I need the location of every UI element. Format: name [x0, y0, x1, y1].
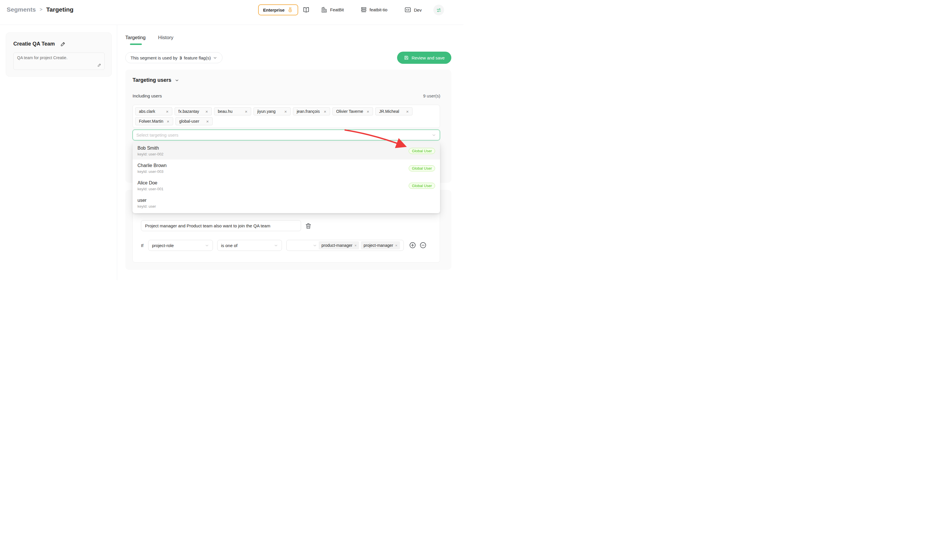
user-tag: global-user × — [175, 117, 213, 125]
dropdown-option-key: keyId: user-003 — [137, 169, 167, 174]
project-icon — [360, 6, 367, 13]
user-tag-label: jean.françois — [297, 109, 320, 114]
user-count: 9 user(s) — [423, 93, 440, 98]
rule-property-value: project-role — [152, 243, 174, 248]
dropdown-option[interactable]: Bob Smith keyId: user-002 Global User — [132, 142, 440, 159]
dropdown-option-name: Bob Smith — [137, 146, 164, 151]
remove-tag-icon[interactable]: × — [324, 109, 326, 114]
rule-value-label: product-manager — [321, 243, 353, 248]
dropdown-option[interactable]: Alice Doe keyId: user-001 Global User — [132, 177, 440, 194]
remove-tag-icon[interactable]: × — [245, 109, 248, 114]
chevron-down-icon — [175, 78, 179, 83]
organization-switcher[interactable]: FeatBit — [321, 6, 344, 13]
user-tag: JR.Micheal × — [375, 107, 412, 115]
chevron-down-icon — [274, 243, 278, 248]
remove-tag-icon[interactable]: × — [205, 109, 208, 114]
tab-history[interactable]: History — [158, 35, 173, 45]
edit-name-icon[interactable] — [60, 41, 66, 47]
targeting-users-title: Targeting users — [132, 77, 172, 83]
user-tag-label: fx.bazantay — [178, 109, 199, 114]
organization-label: FeatBit — [330, 7, 344, 12]
edit-description-icon[interactable] — [97, 63, 102, 67]
segment-description-text: QA team for project Creatie. — [17, 55, 68, 60]
rule-operator-value: is one of — [221, 243, 237, 248]
targeting-users-search-input[interactable] — [136, 132, 432, 138]
user-tag-label: Olivier Taverne — [336, 109, 363, 114]
environment-switcher[interactable]: Dev — [404, 6, 422, 13]
global-user-badge: Global User — [409, 165, 435, 171]
rule-name-input[interactable] — [141, 220, 301, 231]
including-users-tags: abs.clark × fx.bazantay × beau.hu × jiyu… — [132, 105, 440, 128]
remove-tag-icon[interactable]: × — [406, 109, 409, 114]
enterprise-plan-button[interactable]: Enterprise — [258, 5, 298, 15]
remove-value-icon[interactable]: × — [354, 243, 357, 248]
dropdown-option-info: Charlie Brown keyId: user-003 — [137, 163, 167, 174]
trash-icon — [305, 222, 312, 229]
add-condition-button[interactable] — [409, 241, 416, 249]
dropdown-option[interactable]: Charlie Brown keyId: user-003 Global Use… — [132, 159, 440, 177]
delete-rule-button[interactable] — [305, 222, 312, 230]
user-tag-label: JR.Micheal — [379, 109, 399, 114]
dropdown-option-info: user keyId: user — [137, 198, 156, 208]
docs-button[interactable] — [302, 6, 310, 14]
breadcrumb-segments-link[interactable]: Segments — [7, 6, 36, 13]
main-tabs: Targeting History — [125, 35, 173, 45]
project-switcher[interactable]: featbit-tio — [360, 6, 388, 13]
remove-value-icon[interactable]: × — [395, 243, 397, 248]
targeting-users-select[interactable] — [132, 130, 440, 140]
rule-value-label: project-manager — [363, 243, 393, 248]
rule-value-tag: project-manager × — [361, 241, 400, 249]
active-tab-indicator — [130, 44, 142, 45]
switch-workspace-button[interactable] — [433, 5, 444, 15]
user-tag: fx.bazantay × — [175, 107, 212, 115]
dropdown-option[interactable]: user keyId: user — [132, 194, 440, 212]
usage-count: 3 — [179, 55, 182, 60]
minus-circle-icon — [419, 241, 427, 249]
user-tag-label: global-user — [179, 119, 199, 123]
rule-operator-select[interactable]: is one of — [217, 240, 282, 251]
dropdown-option-info: Alice Doe keyId: user-001 — [137, 181, 164, 191]
remove-tag-icon[interactable]: × — [206, 119, 209, 123]
user-tag: Olivier Taverne × — [333, 107, 373, 115]
user-tag: beau.hu × — [214, 107, 251, 115]
dropdown-option-name: Charlie Brown — [137, 163, 167, 168]
swap-arrows-icon — [436, 7, 442, 13]
medal-icon — [287, 7, 293, 13]
including-users-label: Including users — [132, 93, 162, 98]
environment-label: Dev — [414, 8, 422, 12]
rule-value-tag: product-manager × — [319, 241, 359, 249]
page-title: Targeting — [46, 6, 73, 13]
remove-condition-button[interactable] — [419, 241, 427, 249]
segment-name-row: Creatie QA Team — [13, 41, 66, 47]
global-user-badge: Global User — [409, 148, 435, 154]
user-tag-label: abs.clark — [139, 109, 155, 114]
remove-tag-icon[interactable]: × — [284, 109, 287, 114]
segment-description-box[interactable]: QA team for project Creatie. — [13, 53, 105, 70]
dropdown-option-key: keyId: user-001 — [137, 187, 164, 191]
rule-property-select[interactable]: project-role — [148, 240, 213, 251]
plus-circle-icon — [409, 241, 416, 249]
dropdown-option-key: keyId: user — [137, 204, 156, 208]
chevron-down-icon — [432, 133, 436, 138]
user-tag: jean.françois × — [293, 107, 330, 115]
rule-values-select[interactable]: product-manager × project-manager × — [286, 240, 404, 251]
dropdown-option-info: Bob Smith keyId: user-002 — [137, 146, 164, 156]
breadcrumb-separator: > — [40, 7, 43, 12]
save-icon — [404, 55, 409, 60]
top-bar: Segments > Targeting Enterprise — [0, 0, 464, 25]
flag-usage-pill[interactable]: This segment is used by 3 feature flag(s… — [125, 52, 222, 63]
remove-tag-icon[interactable]: × — [366, 109, 369, 114]
remove-tag-icon[interactable]: × — [166, 109, 169, 114]
book-icon — [302, 6, 310, 14]
review-and-save-button[interactable]: Review and save — [397, 52, 451, 64]
remove-tag-icon[interactable]: × — [167, 119, 169, 123]
user-tag: jiyun.yang × — [254, 107, 291, 115]
dropdown-option-key: keyId: user-002 — [137, 152, 164, 156]
targeting-users-header[interactable]: Targeting users — [132, 77, 179, 83]
tab-targeting[interactable]: Targeting — [125, 35, 146, 45]
user-tag-label: jiyun.yang — [257, 109, 275, 114]
user-tag: Folwer.Martin × — [135, 117, 173, 125]
segment-info-card: Creatie QA Team QA team for project Crea… — [6, 32, 112, 77]
targeting-users-dropdown: Bob Smith keyId: user-002 Global User Ch… — [132, 142, 440, 213]
dropdown-option-name: Alice Doe — [137, 181, 164, 186]
